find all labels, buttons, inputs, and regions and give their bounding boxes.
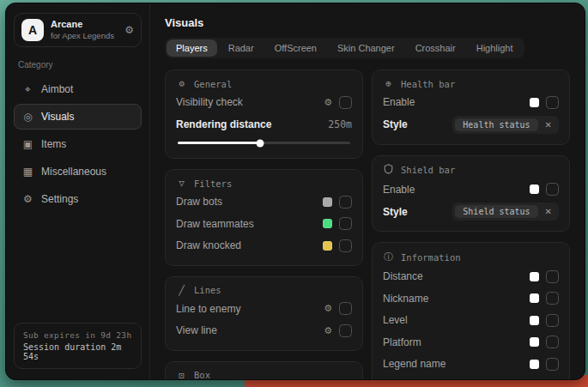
health-style-remove-icon[interactable]: ✕ [545,120,552,130]
app-name: Arcane [51,19,118,31]
legend-name-color-swatch[interactable] [530,360,539,369]
nickname-color-swatch[interactable] [530,293,539,303]
rendering-distance-slider[interactable] [178,142,350,144]
sidebar-item-aimbot[interactable]: ⌖ Aimbot [14,76,142,102]
tab-highlight[interactable]: Highlight [467,39,523,57]
box-card: ⊡ Box Enable Enable background [165,361,363,380]
draw-bots-color-swatch[interactable] [323,197,332,207]
row-label: Level [383,314,408,326]
platform-checkbox[interactable] [546,336,559,348]
lines-card: ╱ Lines Line to enemy ⚙ View line ⚙ [165,276,363,351]
tab-players[interactable]: Players [167,39,217,57]
distance-color-swatch[interactable] [530,272,539,281]
info-legend-name-row: Legend name [383,355,559,373]
row-label: Platform [383,336,421,348]
filters-card: ▽ Filters Draw bots Draw teammates [165,169,363,266]
level-checkbox[interactable] [546,314,559,327]
health-style-tag[interactable]: Health status [455,118,537,131]
row-label: View line [176,324,217,336]
view-line-checkbox[interactable] [339,324,352,337]
aimbot-icon: ⌖ [22,83,33,95]
lines-card-header: ╱ Lines [176,285,352,296]
profile-card[interactable]: A Arcane for Apex Legends ⚙ [14,13,142,47]
draw-knocked-checkbox[interactable] [339,239,352,252]
lines-icon: ╱ [176,285,187,296]
sidebar-item-label: Visuals [41,111,74,123]
information-card: ⓘ Information Distance Nickname [372,242,570,379]
information-icon: ⓘ [383,251,394,263]
draw-bots-row: Draw bots [176,193,352,211]
health-enable-row: Enable [383,94,559,112]
draw-knocked-color-swatch[interactable] [323,241,332,251]
nickname-checkbox[interactable] [546,292,559,305]
sidebar-item-visuals[interactable]: ◎ Visuals [14,104,142,130]
shield-enable-color-swatch[interactable] [530,184,539,194]
row-label: Style [383,206,408,218]
tab-offscreen[interactable]: OffScreen [265,39,326,57]
health-enable-color-swatch[interactable] [530,98,539,107]
slider-thumb[interactable] [257,139,264,147]
row-label: Line to enemy [176,303,240,315]
section-title: Box [194,370,210,379]
info-team-number-row: Team number [383,378,559,380]
visibility-check-row: Visibility check ⚙ [176,94,352,112]
row-label: Enable [383,184,415,196]
platform-color-swatch[interactable] [530,337,539,347]
app-title-block: Arcane for Apex Legends [51,19,118,41]
sidebar: A Arcane for Apex Legends ⚙ Category ⌖ A… [6,3,150,379]
draw-bots-checkbox[interactable] [339,196,352,209]
draw-teammates-color-swatch[interactable] [323,219,332,228]
visibility-settings-icon[interactable]: ⚙ [324,98,332,107]
left-column: ⚙ General Visibility check ⚙ Rendering d… [165,70,363,379]
information-card-header: ⓘ Information [383,251,559,263]
filters-card-header: ▽ Filters [176,178,352,189]
health-bar-icon: ⊕ [383,78,394,89]
level-color-swatch[interactable] [530,316,539,325]
sidebar-item-items[interactable]: ▣ Items [14,131,142,157]
info-level-row: Level [383,311,559,330]
line-to-enemy-settings-icon[interactable]: ⚙ [324,304,332,313]
distance-checkbox[interactable] [546,270,559,283]
row-label: Distance [383,270,423,282]
profile-settings-icon[interactable]: ⚙ [124,24,134,36]
info-nickname-row: Nickname [383,290,559,308]
info-platform-row: Platform [383,334,559,352]
line-to-enemy-row: Line to enemy ⚙ [176,300,352,318]
sidebar-item-miscellaneous[interactable]: ▦ Miscellaneous [14,159,142,184]
session-duration-text: Session duration 2m 54s [23,342,132,361]
app-logo: A [21,19,44,41]
app-subtitle: for Apex Legends [51,31,118,41]
section-title: Lines [194,285,221,295]
shield-style-select[interactable]: Shield status ✕ [452,203,559,221]
tab-bar: Players Radar OffScreen Skin Changer Cro… [165,38,524,58]
row-label: Draw teammates [176,218,254,230]
shield-style-tag[interactable]: Shield status [455,205,537,218]
sidebar-item-settings[interactable]: ⚙ Settings [14,186,142,212]
tab-radar[interactable]: Radar [219,39,264,57]
shield-bar-card-header: Shield bar [383,164,559,177]
category-label: Category [18,60,137,70]
row-label: Enable [383,96,415,108]
health-style-select[interactable]: Health status ✕ [452,116,559,134]
app-window: A Arcane for Apex Legends ⚙ Category ⌖ A… [5,3,585,380]
shield-enable-checkbox[interactable] [546,183,559,196]
line-to-enemy-checkbox[interactable] [339,302,352,315]
items-icon: ▣ [22,138,33,150]
tab-skin-changer[interactable]: Skin Changer [328,39,404,57]
view-line-settings-icon[interactable]: ⚙ [324,326,332,336]
health-bar-card: ⊕ Health bar Enable Style Health stat [372,70,570,145]
row-label: Draw bots [176,196,222,208]
draw-teammates-checkbox[interactable] [339,217,352,230]
health-enable-checkbox[interactable] [546,96,559,109]
health-bar-card-header: ⊕ Health bar [383,78,559,89]
shield-enable-row: Enable [383,181,559,199]
general-icon: ⚙ [176,78,187,89]
section-title: Filters [194,178,232,189]
section-title: Information [401,252,461,263]
box-card-header: ⊡ Box [176,370,352,380]
tab-crosshair[interactable]: Crosshair [406,39,465,57]
visibility-check-checkbox[interactable] [339,96,352,109]
draw-knocked-row: Draw knocked [176,237,352,255]
legend-name-checkbox[interactable] [546,358,559,371]
shield-style-remove-icon[interactable]: ✕ [545,207,552,216]
